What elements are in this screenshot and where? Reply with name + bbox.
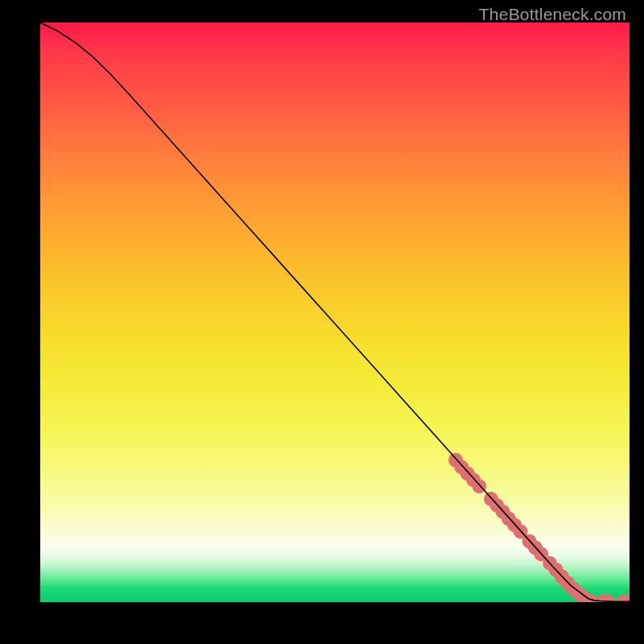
- marker-layer: [448, 453, 630, 602]
- chart-overlay: [40, 23, 630, 602]
- curve-line: [40, 23, 630, 601]
- watermark-text: TheBottleneck.com: [479, 5, 626, 24]
- chart-container: TheBottleneck.com: [0, 0, 644, 644]
